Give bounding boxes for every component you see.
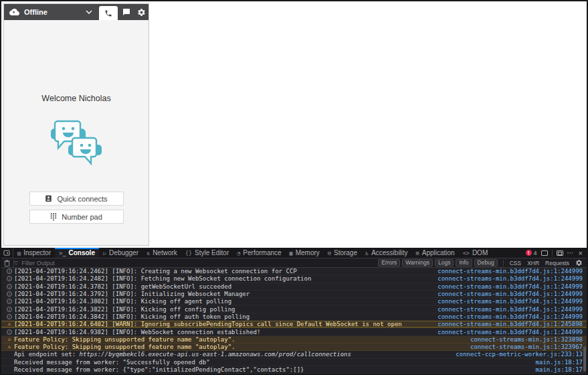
info-icon: i [5, 329, 14, 335]
console-message: [2021-04-20T19:16:24.3792] [INFO]: Initi… [14, 291, 432, 297]
console-message: Api endpoint set: https://byqmbekcl6.exe… [14, 351, 450, 358]
console-message: [2021-04-20T19:16:24.3782] [INFO]: getWe… [14, 283, 432, 290]
warning-icon: ⚠ [5, 337, 14, 342]
inspector-tab-icon: ▤ [17, 250, 21, 256]
filter-button-logs[interactable]: Logs [435, 259, 454, 267]
ccp-panel: Offline [3, 3, 149, 246]
devtools-tabs: ▤Inspector>_Console▷Debugger⇅Network{}St… [13, 248, 492, 258]
browser-window: Offline [0, 0, 588, 375]
network-tab-icon: ⇅ [146, 250, 150, 256]
info-icon: i [7, 314, 12, 319]
filter-button-warnings[interactable]: Warnings [402, 259, 433, 267]
tab-label: Network [153, 249, 177, 256]
devtools-tab-memory[interactable]: ▦Memory [286, 248, 324, 258]
separate-window-icon[interactable] [557, 250, 563, 256]
tab-label: Performance [243, 249, 281, 256]
console-row: i[2021-04-20T19:16:24.3802] [INFO]: Kick… [1, 298, 587, 305]
devtools-tab-inspector[interactable]: ▤Inspector [13, 248, 55, 258]
devtools-panel: ▤Inspector>_Console▷Debugger⇅Network{}St… [1, 248, 587, 374]
devtools-tab-application[interactable]: ⊞Application [412, 248, 459, 258]
chat-tab[interactable] [119, 4, 134, 20]
softphone-tab[interactable] [99, 6, 118, 20]
tab-label: Accessibility [371, 249, 407, 256]
element-picker-button[interactable] [1, 248, 13, 258]
console-row: i[2021-04-20T19:16:24.3842] [INFO]: Kick… [1, 313, 587, 321]
console-scrollbar[interactable] [583, 346, 586, 372]
info-icon: i [5, 314, 14, 319]
tab-label: Application [422, 249, 455, 256]
devtools-close-button[interactable]: × [579, 249, 583, 257]
devtools-menu-button[interactable]: ⋯ [567, 249, 575, 256]
console-message: Received message from worker: "Successfu… [14, 359, 530, 366]
number-pad-label: Number pad [62, 213, 102, 221]
debugger-tab-icon: ▷ [103, 250, 106, 256]
welcome-message: Welcome Nicholas [4, 94, 149, 103]
gear-icon [137, 8, 146, 17]
source-link[interactable]: connect-ccp-metric-worker.js:233:13 [456, 351, 583, 358]
info-icon: i [7, 276, 12, 281]
devtools-tab-style-editor[interactable]: {}Style Editor [181, 248, 233, 258]
ccp-settings-tab[interactable] [134, 4, 149, 20]
console-message: [2021-04-20T19:16:24.9382] [INFO]: WebSo… [14, 329, 432, 335]
number-pad-button[interactable]: Number pad [29, 210, 124, 224]
console-row: i[2021-04-20T19:16:24.3822] [INFO]: Kick… [1, 305, 587, 313]
info-icon: i [7, 329, 12, 335]
filter-button-info[interactable]: Info [456, 259, 472, 267]
source-link[interactable]: connect-streams-min.js:1:323898 [470, 336, 583, 343]
info-icon: i [5, 307, 14, 312]
console-row: i[2021-04-20T19:16:24.9382] [INFO]: WebS… [1, 328, 587, 335]
tab-label: Style Editor [195, 249, 229, 256]
source-link[interactable]: connect-streams-min.js:1:323967 [470, 344, 583, 350]
dialpad-icon [50, 213, 57, 221]
info-icon: i [5, 284, 14, 289]
accessibility-tab-icon: ♿ [365, 250, 369, 256]
source-link[interactable]: main.js:18:17 [536, 366, 583, 373]
source-link[interactable]: connect-streams-min.b3ddf7d4.js:1:244999 [437, 275, 583, 282]
source-link[interactable]: connect-streams-min.b3ddf7d4.js:1:244999 [437, 329, 583, 335]
tab-label: Memory [296, 249, 320, 256]
source-link[interactable]: connect-streams-min.b3ddf7d4.js:1:244999 [437, 283, 583, 290]
info-icon: i [5, 269, 14, 274]
devtools-tab-accessibility[interactable]: ♿Accessibility [361, 248, 412, 258]
clear-console-icon[interactable] [4, 260, 10, 267]
devtools-tab-dom[interactable]: <>DOM [459, 248, 492, 258]
devtools-tabbar: ▤Inspector>_Console▷Debugger⇅Network{}St… [1, 248, 587, 258]
filter-button-css[interactable]: CSS [510, 260, 521, 267]
info-icon: i [5, 276, 14, 281]
filter-button-requests[interactable]: Requests [545, 260, 569, 267]
console-message: [2021-04-20T19:16:24.3822] [INFO]: Kicki… [14, 306, 432, 313]
source-link[interactable]: connect-streams-min.b3ddf7d4.js:1:245898 [437, 321, 583, 327]
warning-icon: ⚠ [5, 321, 14, 327]
console-message: [2021-04-20T19:16:24.2482] [INFO]: Fetch… [14, 275, 432, 282]
quick-connects-label: Quick connects [57, 195, 107, 203]
source-link[interactable]: main.js:18:17 [536, 359, 583, 366]
devtools-tab-debugger[interactable]: ▷Debugger [99, 248, 142, 258]
devtools-tab-console[interactable]: >_Console [55, 248, 99, 258]
agent-status-dropdown[interactable]: Offline [9, 8, 99, 16]
responsive-mode-icon[interactable] [541, 250, 548, 256]
source-link[interactable]: connect-streams-min.b3ddf7d4.js:1:244999 [437, 298, 583, 305]
source-link[interactable]: connect-streams-min.b3ddf7d4.js:1:244999 [437, 313, 583, 320]
quick-connects-button[interactable]: Quick connects [29, 192, 124, 206]
devtools-tab-performance[interactable]: ◔Performance [233, 248, 285, 258]
dom-tab-icon: <> [463, 250, 470, 256]
source-link[interactable]: connect-streams-min.b3ddf7d4.js:1:244999 [437, 291, 583, 297]
ccp-body: Welcome Nicholas [4, 94, 149, 224]
filter-button-debug[interactable]: Debug [474, 259, 498, 267]
console-message: [2021-04-20T19:16:24.2462] [INFO]: Creat… [14, 268, 432, 275]
console-message-url[interactable]: https://byqmbekcl6.execute-api.us-east-1… [80, 351, 351, 358]
info-icon: i [7, 291, 12, 297]
console-settings-gear-icon[interactable] [575, 259, 583, 267]
filter-button-xhr[interactable]: XHR [527, 260, 539, 267]
console-filter-input[interactable] [21, 260, 169, 267]
filter-button-errors[interactable]: Errors [378, 259, 400, 267]
connect-cloud-logo-icon [9, 9, 19, 15]
devtools-tab-storage[interactable]: ⊟Storage [324, 248, 361, 258]
chat-smiley-illustration [48, 118, 104, 169]
source-link[interactable]: connect-streams-min.b3ddf7d4.js:1:244999 [437, 268, 583, 275]
tab-label: Storage [334, 249, 357, 256]
console-message: [2021-04-20T19:16:24.6402] [WARN]: Ignor… [14, 321, 432, 327]
source-link[interactable]: connect-streams-min.b3ddf7d4.js:1:244999 [437, 306, 583, 313]
devtools-tab-network[interactable]: ⇅Network [142, 248, 181, 258]
error-count-icon[interactable]: ! [526, 250, 532, 256]
